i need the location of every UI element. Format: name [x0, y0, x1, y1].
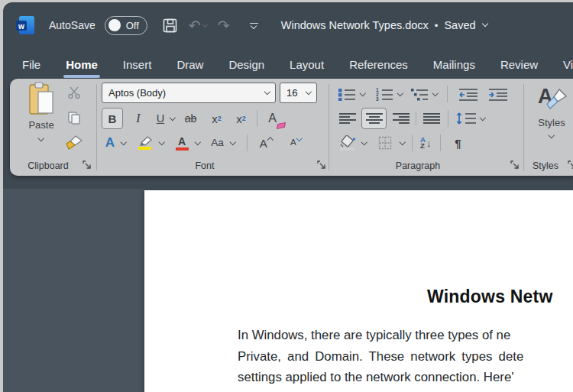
shrink-caret-icon	[296, 135, 302, 141]
multilevel-dropdown-icon[interactable]	[432, 90, 439, 96]
superscript-button[interactable]: x2	[231, 108, 251, 129]
title-chevron-icon	[481, 21, 487, 27]
body-line: Private, and Domain. These network types…	[238, 346, 523, 368]
shrink-font-button[interactable]: A	[286, 132, 306, 154]
redo-icon[interactable]: ↷	[215, 16, 233, 34]
font-row-2: B I U ab x2 x2 A	[102, 107, 283, 130]
document-title: Windows Network Types.docx	[281, 19, 429, 31]
svg-text:w: w	[18, 22, 24, 31]
show-hide-pilcrow-button[interactable]: ¶	[450, 132, 465, 154]
grow-font-button[interactable]: A	[255, 132, 277, 154]
paragraph-row-3: AZ ↓ ¶	[337, 131, 465, 154]
group-divider	[96, 84, 97, 170]
mini-divider	[416, 112, 416, 125]
grow-caret-icon	[267, 138, 274, 144]
bullets-button[interactable]	[337, 83, 357, 105]
align-right-button[interactable]	[390, 108, 411, 129]
format-painter-icon[interactable]	[63, 132, 85, 154]
font-color-bar	[176, 147, 189, 151]
styles-dialog-launcher-icon[interactable]	[568, 160, 573, 170]
styles-icon: A	[536, 82, 567, 117]
autosave-toggle[interactable]: Off	[105, 16, 147, 35]
multilevel-list-button[interactable]	[410, 83, 429, 105]
increase-indent-button[interactable]	[488, 83, 509, 105]
ribbon: Paste	[10, 79, 573, 176]
font-color-dropdown-icon[interactable]	[195, 139, 201, 145]
styles-button[interactable]: A Styles	[529, 82, 573, 155]
clear-formatting-button[interactable]: A	[262, 108, 283, 129]
align-left-button[interactable]	[337, 108, 358, 129]
highlighter-icon	[138, 136, 153, 146]
mini-divider	[412, 134, 413, 151]
paste-dropdown-icon	[38, 135, 44, 141]
strikethrough-button[interactable]: ab	[181, 108, 201, 129]
underline-dropdown-icon[interactable]	[170, 115, 176, 121]
borders-dropdown-icon[interactable]	[399, 139, 405, 145]
font-name-combobox[interactable]: Aptos (Body)	[102, 83, 276, 103]
change-case-button[interactable]: Aa	[208, 132, 228, 154]
paragraph-dialog-launcher-icon[interactable]	[510, 160, 520, 170]
change-case-dropdown-icon[interactable]	[229, 139, 235, 145]
document-body: In Windows, there are typically three ty…	[238, 325, 523, 388]
text-effects-dropdown-icon[interactable]	[121, 139, 127, 145]
tab-view[interactable]: View	[562, 57, 573, 73]
bullets-dropdown-icon[interactable]	[360, 90, 366, 96]
highlight-dropdown-icon[interactable]	[158, 139, 164, 145]
customize-quick-access-icon[interactable]	[247, 20, 261, 31]
paste-button[interactable]: Paste	[18, 82, 65, 155]
shading-button[interactable]	[337, 132, 358, 154]
group-divider	[329, 84, 329, 170]
line-spacing-dropdown-icon[interactable]	[480, 115, 486, 121]
document-title-menu[interactable]: Windows Network Types.docx • Saved	[281, 19, 487, 31]
tab-references[interactable]: References	[348, 57, 409, 73]
font-size-value: 16	[286, 87, 297, 99]
font-size-combobox[interactable]: 16	[280, 83, 317, 103]
styles-group-label: Styles	[522, 160, 569, 171]
text-effects-button[interactable]: A	[102, 132, 118, 154]
highlight-color-bar	[138, 147, 151, 150]
word-window: w AutoSave Off ↶ ↷	[3, 2, 573, 392]
subscript-button[interactable]: x2	[207, 108, 227, 129]
clipboard-dialog-launcher-icon[interactable]	[83, 160, 92, 170]
bold-button[interactable]: B	[102, 108, 123, 129]
save-icon[interactable]	[161, 16, 180, 34]
save-status: Saved	[444, 19, 475, 31]
underline-button[interactable]: U	[152, 108, 169, 129]
tab-file[interactable]: File	[21, 57, 41, 73]
line-spacing-button[interactable]	[455, 108, 478, 129]
mini-divider	[440, 134, 441, 151]
sort-button[interactable]: AZ ↓	[420, 132, 431, 154]
paste-label: Paste	[28, 119, 53, 131]
document-canvas: Windows Netw In Windows, there are typic…	[3, 189, 573, 392]
italic-button[interactable]: I	[129, 108, 147, 129]
tab-insert[interactable]: Insert	[122, 57, 153, 73]
font-color-button[interactable]: A	[173, 132, 191, 154]
group-divider	[523, 84, 524, 170]
document-page[interactable]: Windows Netw In Windows, there are typic…	[144, 190, 573, 392]
shading-dropdown-icon[interactable]	[361, 139, 367, 145]
align-center-button[interactable]	[361, 108, 387, 129]
cut-icon[interactable]	[63, 82, 85, 103]
tab-home[interactable]: Home	[65, 57, 99, 73]
tab-review[interactable]: Review	[500, 57, 539, 73]
copy-icon[interactable]	[63, 107, 85, 128]
font-name-chevron-icon	[264, 89, 270, 95]
numbering-button[interactable]: 123	[374, 83, 394, 105]
tab-mailings[interactable]: Mailings	[432, 57, 476, 73]
ribbon-tabs: File Home Insert Draw Design Layout Refe…	[21, 50, 573, 79]
undo-icon[interactable]: ↶	[189, 16, 207, 34]
justify-button[interactable]	[421, 108, 442, 129]
styles-button-label: Styles	[538, 117, 565, 128]
font-dialog-launcher-icon[interactable]	[317, 160, 326, 170]
word-app-icon[interactable]: w	[15, 15, 35, 35]
word-application: w AutoSave Off ↶ ↷	[0, 0, 573, 392]
paragraph-group-label: Paragraph	[337, 160, 499, 171]
tab-layout[interactable]: Layout	[289, 57, 325, 73]
decrease-indent-button[interactable]	[458, 83, 479, 105]
titlebar: w AutoSave Off ↶ ↷	[3, 2, 573, 48]
numbering-dropdown-icon[interactable]	[397, 90, 403, 96]
borders-button[interactable]	[374, 132, 396, 154]
tab-design[interactable]: Design	[228, 57, 265, 73]
text-highlight-button[interactable]	[135, 132, 155, 154]
tab-draw[interactable]: Draw	[176, 57, 204, 73]
